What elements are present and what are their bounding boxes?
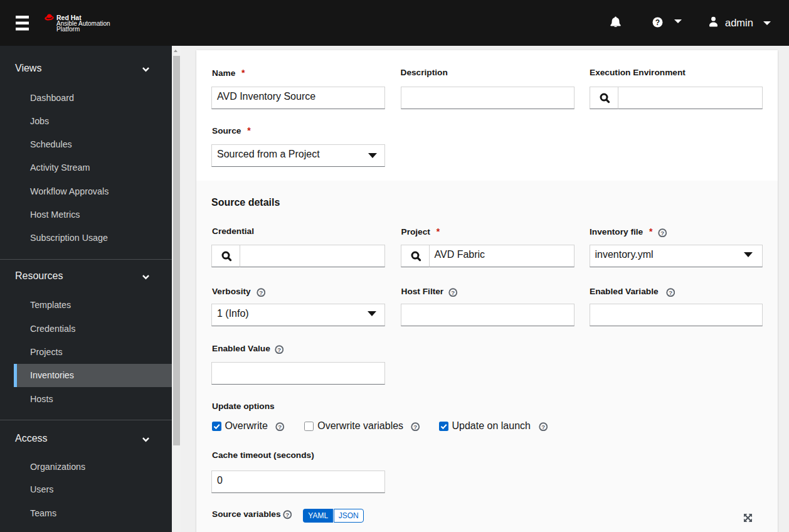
svg-text:?: ?: [669, 289, 672, 296]
svg-text:?: ?: [414, 423, 418, 430]
svg-text:?: ?: [285, 511, 289, 518]
svg-text:?: ?: [655, 18, 660, 27]
svg-text:?: ?: [541, 423, 545, 430]
svg-text:?: ?: [277, 346, 281, 353]
svg-text:?: ?: [661, 229, 665, 236]
svg-text:?: ?: [259, 289, 263, 296]
svg-text:?: ?: [278, 423, 282, 430]
svg-text:?: ?: [451, 289, 455, 296]
